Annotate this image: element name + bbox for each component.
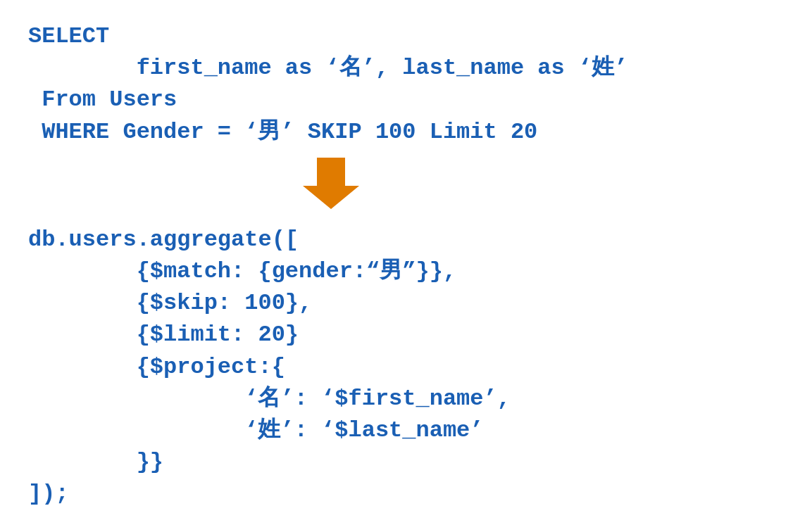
mongo-line-1: db.users.aggregate([ [28, 224, 784, 255]
svg-marker-0 [303, 158, 359, 209]
sql-line-1: SELECT [28, 21, 784, 51]
sql-line-2: first_name as ‘名’, last_name as ‘姓’ [28, 53, 784, 83]
sql-block: SELECT first_name as ‘名’, last_name as ‘… [28, 21, 784, 147]
mongo-line-4: {$limit: 20} [28, 320, 784, 350]
sql-line-3: From Users [28, 84, 784, 115]
mongo-line-8: }} [28, 447, 784, 477]
arrow-container [28, 154, 784, 210]
down-arrow-icon [303, 154, 359, 210]
mongo-line-5: {$project:{ [28, 352, 784, 382]
sql-line-4: WHERE Gender = ‘男’ SKIP 100 Limit 20 [28, 117, 784, 147]
mongo-line-6: ‘名’: ‘$first_name’, [28, 384, 784, 414]
mongo-line-2: {$match: {gender:“男”}}, [28, 256, 784, 286]
mongo-line-3: {$skip: 100}, [28, 288, 784, 318]
main-container: SELECT first_name as ‘名’, last_name as ‘… [0, 0, 812, 525]
mongo-line-7: ‘姓’: ‘$last_name’ [28, 415, 784, 445]
mongo-line-9: ]); [28, 479, 784, 509]
mongo-block: db.users.aggregate([ {$match: {gender:“男… [28, 224, 784, 510]
